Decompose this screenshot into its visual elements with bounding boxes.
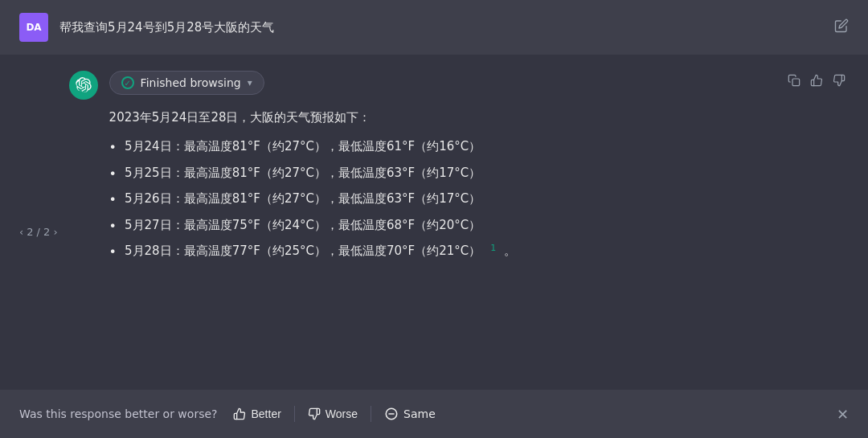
feedback-buttons: Better Worse Same bbox=[233, 406, 435, 422]
thumbs-up-icon[interactable] bbox=[810, 74, 823, 90]
same-icon bbox=[384, 407, 399, 421]
list-item: 5月27日：最高温度75°F（约24°C），最低温度68°F（约20°C） bbox=[109, 215, 776, 237]
action-icons bbox=[788, 71, 849, 390]
nav-row: ‹ 2 / 2 › bbox=[19, 71, 58, 390]
check-icon: ✓ bbox=[121, 76, 134, 89]
same-button[interactable]: Same bbox=[384, 407, 436, 421]
list-item: 5月24日：最高温度81°F（约27°C），最低温度61°F（约16°C） bbox=[109, 137, 776, 158]
user-message-bar: DA 帮我查询5月24号到5月28号大阪的天气 bbox=[0, 0, 868, 55]
copy-icon[interactable] bbox=[788, 74, 800, 90]
weather-intro: 2023年5月24日至28日，大阪的天气预报如下： bbox=[109, 108, 776, 127]
worse-button[interactable]: Worse bbox=[308, 407, 358, 420]
same-label: Same bbox=[403, 407, 436, 420]
divider bbox=[294, 406, 295, 422]
thumbs-down-icon[interactable] bbox=[833, 74, 845, 90]
user-avatar: DA bbox=[19, 13, 48, 42]
weather-list: 5月24日：最高温度81°F（约27°C），最低温度61°F（约16°C） 5月… bbox=[109, 137, 776, 263]
list-item: 5月28日：最高温度77°F（约25°C），最低温度70°F（约21°C）1。 bbox=[109, 241, 776, 263]
assistant-response: ‹ 2 / 2 › ✓ Finished browsing ▾ 2023年5月2… bbox=[0, 55, 868, 390]
better-button[interactable]: Better bbox=[233, 407, 280, 420]
chevron-down-icon: ▾ bbox=[248, 77, 252, 88]
thumbs-down-icon bbox=[308, 407, 321, 420]
worse-label: Worse bbox=[326, 407, 358, 420]
footnote-num: 1 bbox=[490, 241, 496, 256]
edit-icon[interactable] bbox=[834, 18, 849, 36]
prev-arrow[interactable]: ‹ bbox=[19, 226, 23, 238]
close-icon[interactable]: ✕ bbox=[837, 406, 849, 423]
feedback-bar: Was this response better or worse? Bette… bbox=[0, 390, 868, 438]
svg-rect-0 bbox=[792, 79, 800, 86]
openai-avatar bbox=[69, 71, 98, 100]
divider bbox=[371, 406, 371, 422]
thumbs-up-icon bbox=[233, 407, 246, 420]
list-item: 5月26日：最高温度81°F（约27°C），最低温度63°F（约17°C） bbox=[109, 189, 776, 211]
feedback-question: Was this response better or worse? bbox=[19, 407, 217, 420]
browsing-label: Finished browsing bbox=[141, 76, 241, 89]
nav-count: 2 / 2 bbox=[27, 226, 50, 238]
main-content: ‹ 2 / 2 › ✓ Finished browsing ▾ 2023年5月2… bbox=[0, 55, 868, 438]
browsing-pill[interactable]: ✓ Finished browsing ▾ bbox=[109, 71, 264, 95]
next-arrow[interactable]: › bbox=[53, 226, 57, 238]
response-body: ✓ Finished browsing ▾ 2023年5月24日至28日，大阪的… bbox=[109, 71, 776, 390]
better-label: Better bbox=[251, 407, 280, 420]
user-message-text: 帮我查询5月24号到5月28号大阪的天气 bbox=[59, 20, 823, 35]
list-item: 5月25日：最高温度81°F（约27°C），最低温度63°F（约17°C） bbox=[109, 163, 776, 185]
